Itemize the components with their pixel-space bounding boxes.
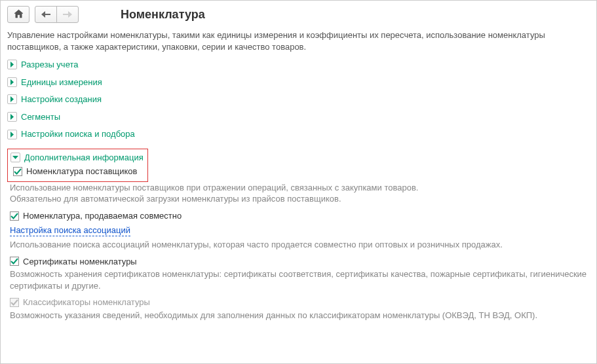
joint-sales-option: Номенклатура, продаваемая совместно: [10, 210, 590, 222]
page-description: Управление настройками номенклатуры, так…: [7, 29, 590, 52]
certificates-hint: Возможность хранения сертификатов номенк…: [10, 268, 590, 291]
chevron-right-icon[interactable]: [7, 77, 17, 87]
supplier-nomenclature-label: Номенклатура поставщиков: [26, 166, 138, 177]
back-button[interactable]: [35, 6, 57, 23]
home-icon: [14, 9, 24, 20]
arrow-left-icon: [41, 10, 50, 20]
chevron-right-icon[interactable]: [7, 94, 17, 104]
home-button[interactable]: [7, 6, 29, 23]
section-units[interactable]: Единицы измерения: [7, 77, 590, 88]
section-additional-info[interactable]: Дополнительная информация: [10, 152, 144, 164]
certificates-option: Сертификаты номенклатуры: [10, 256, 590, 268]
supplier-nomenclature-checkbox[interactable]: [13, 167, 22, 176]
arrow-right-icon: [63, 10, 72, 20]
page-title: Номенклатура: [121, 7, 205, 22]
section-label[interactable]: Настройки поиска и подбора: [21, 128, 135, 140]
certificates-label: Сертификаты номенклатуры: [23, 256, 137, 268]
chevron-down-icon[interactable]: [10, 153, 20, 162]
section-label[interactable]: Сегменты: [21, 111, 60, 123]
chevron-right-icon[interactable]: [7, 130, 17, 139]
supplier-nomenclature-option: Номенклатура поставщиков: [13, 166, 144, 177]
classifiers-checkbox: [10, 298, 19, 307]
forward-button[interactable]: [56, 6, 79, 23]
chevron-right-icon[interactable]: [7, 60, 17, 69]
section-search-settings[interactable]: Настройки поиска и подбора: [7, 128, 590, 140]
section-label[interactable]: Дополнительная информация: [24, 152, 144, 164]
association-search-hint: Использование поиска ассоциаций номенкла…: [10, 239, 590, 251]
nav-button-group: [35, 6, 79, 23]
joint-sales-checkbox[interactable]: [10, 211, 19, 221]
classifiers-label: Классификаторы номенклатуры: [23, 297, 150, 308]
classifiers-hint: Возможность указания сведений, необходим…: [10, 310, 590, 321]
toolbar: Номенклатура: [7, 6, 590, 23]
highlight-box: Дополнительная информация Номенклатура п…: [7, 149, 148, 182]
supplier-nomenclature-hint: Использование номенклатуры поставщиков п…: [10, 182, 590, 205]
section-label[interactable]: Разрезы учета: [21, 59, 78, 71]
chevron-right-icon[interactable]: [7, 112, 17, 122]
section-creation-settings[interactable]: Настройки создания: [7, 94, 590, 105]
section-label[interactable]: Настройки создания: [21, 94, 102, 105]
section-segments[interactable]: Сегменты: [7, 111, 590, 123]
joint-sales-label: Номенклатура, продаваемая совместно: [23, 210, 182, 222]
section-accounting-dimensions[interactable]: Разрезы учета: [7, 59, 590, 71]
classifiers-option: Классификаторы номенклатуры: [10, 297, 590, 308]
association-search-link[interactable]: Настройка поиска ассоциаций: [10, 225, 130, 237]
section-label[interactable]: Единицы измерения: [21, 77, 102, 88]
certificates-checkbox[interactable]: [10, 257, 19, 266]
